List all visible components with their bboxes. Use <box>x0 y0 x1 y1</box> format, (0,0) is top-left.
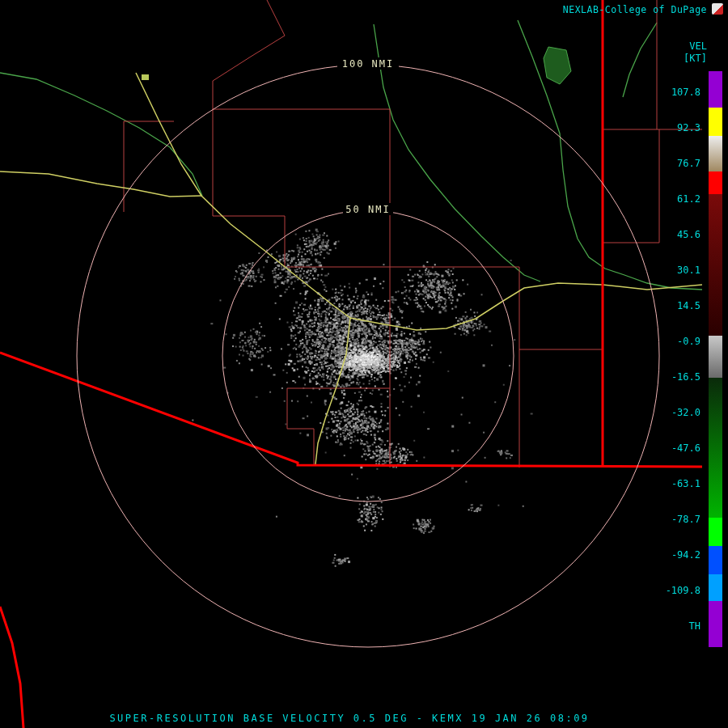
colorbar-segment <box>709 194 722 336</box>
county-line <box>213 0 285 267</box>
legend-tick: -94.2 <box>636 550 700 560</box>
legend-tick: -0.9 <box>636 336 700 346</box>
legend-tick: 45.6 <box>636 230 700 239</box>
ring-label-50nmi: 50 NMI <box>345 204 390 215</box>
range-rings: 100 NMI 50 NMI <box>77 57 659 647</box>
legend-tick: -16.5 <box>636 372 700 382</box>
river-line <box>623 23 657 97</box>
cod-logo-icon <box>712 3 723 15</box>
legend-tick: 107.8 <box>636 87 700 97</box>
green-area-polygon <box>544 47 571 84</box>
colorbar-segment <box>709 71 722 108</box>
county-line <box>603 129 659 243</box>
legend-tick: 30.1 <box>636 265 700 275</box>
legend-tick: 92.3 <box>636 123 700 133</box>
river-line <box>0 73 202 196</box>
legend-tick: -78.7 <box>636 514 700 524</box>
mexico-border-line <box>0 353 702 467</box>
product-caption: SUPER-RESOLUTION BASE VELOCITY 0.5 DEG -… <box>0 713 699 724</box>
city-marker <box>142 74 149 80</box>
legend-tick: 76.7 <box>636 159 700 168</box>
highway-lines <box>0 73 702 464</box>
colorbar-segment <box>709 574 722 601</box>
colorbar-segment <box>709 546 722 574</box>
colorbar-segment <box>709 378 722 518</box>
range-ring-50nmi <box>222 210 514 502</box>
legend-tick: 61.2 <box>636 194 700 204</box>
colorbar-segment <box>709 108 722 136</box>
colorbar-segment <box>709 136 722 171</box>
radar-display: 100 NMI 50 NMI NEXLAB-College of DuPage … <box>0 0 728 728</box>
colorbar-segment <box>709 518 722 546</box>
legend-units: [KT] <box>684 53 707 64</box>
legend-tick: -47.6 <box>636 443 700 453</box>
ring-label-100nmi: 100 NMI <box>342 58 395 70</box>
legend-tick: -63.1 <box>636 479 700 489</box>
colorbar-segment <box>709 601 722 647</box>
county-lines <box>124 0 702 468</box>
legend-title: VEL <box>689 40 707 52</box>
legend-tick: -32.0 <box>636 408 700 417</box>
legend-tick: 14.5 <box>636 301 700 311</box>
highway-line <box>0 171 201 197</box>
range-ring-100nmi <box>77 65 659 647</box>
highway-line <box>315 318 350 464</box>
border-line-sw <box>0 607 23 728</box>
map-overlay: 100 NMI 50 NMI <box>0 0 728 728</box>
velocity-colorbar <box>709 71 722 647</box>
county-line <box>287 388 314 465</box>
legend-threshold-label: TH <box>636 621 700 631</box>
brand-text: NEXLAB-College of DuPage <box>563 4 707 15</box>
colorbar-segment <box>709 336 722 378</box>
colorbar-segment <box>709 171 722 194</box>
legend-tick: -109.8 <box>636 586 700 595</box>
